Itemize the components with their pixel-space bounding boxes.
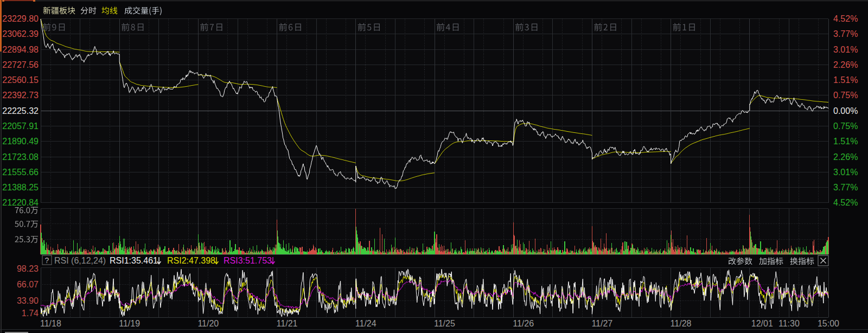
svg-text:4.52%: 4.52% bbox=[833, 14, 858, 23]
svg-text:11/19: 11/19 bbox=[119, 319, 140, 328]
svg-text:21723.08: 21723.08 bbox=[2, 152, 39, 162]
svg-text:0.00%: 0.00% bbox=[833, 106, 858, 116]
svg-text:1.51%: 1.51% bbox=[833, 137, 858, 146]
svg-text:12/01: 12/01 bbox=[751, 319, 773, 328]
svg-text:15:00: 15:00 bbox=[818, 319, 839, 328]
svg-text:1.51%: 1.51% bbox=[833, 75, 858, 85]
svg-text:22560.15: 22560.15 bbox=[2, 75, 39, 85]
svg-text:1.74: 1.74 bbox=[22, 309, 39, 318]
svg-text:11/18: 11/18 bbox=[40, 319, 61, 328]
svg-text:11:30: 11:30 bbox=[778, 319, 800, 328]
svg-text:11/20: 11/20 bbox=[197, 319, 219, 328]
svg-text:3.01%: 3.01% bbox=[833, 45, 858, 54]
svg-text:11/24: 11/24 bbox=[355, 319, 376, 328]
svg-text:21220.84: 21220.84 bbox=[2, 198, 39, 207]
svg-text:?: ? bbox=[45, 256, 49, 265]
svg-text:11/21: 11/21 bbox=[277, 319, 298, 328]
svg-text:3.77%: 3.77% bbox=[833, 29, 858, 39]
svg-text:21555.66: 21555.66 bbox=[2, 168, 39, 177]
svg-text:RSI (6,12,24): RSI (6,12,24) bbox=[54, 256, 106, 265]
svg-text:23229.80: 23229.80 bbox=[2, 14, 39, 23]
svg-text:66.07: 66.07 bbox=[17, 280, 39, 289]
svg-text:21890.49: 21890.49 bbox=[2, 137, 39, 146]
svg-text:3.77%: 3.77% bbox=[833, 183, 858, 192]
svg-text:22057.91: 22057.91 bbox=[2, 121, 39, 131]
svg-text:23062.39: 23062.39 bbox=[2, 29, 39, 39]
svg-text:98.23: 98.23 bbox=[17, 264, 39, 273]
svg-text:22225.32: 22225.32 bbox=[2, 106, 39, 116]
svg-text:2.26%: 2.26% bbox=[833, 60, 858, 69]
svg-text:0.75%: 0.75% bbox=[833, 121, 858, 131]
svg-text:4.52%: 4.52% bbox=[833, 198, 858, 207]
svg-text:3.01%: 3.01% bbox=[833, 168, 858, 177]
svg-text:RSI1:35.461: RSI1:35.461 bbox=[110, 256, 158, 265]
svg-text:22392.73: 22392.73 bbox=[2, 91, 39, 100]
svg-text:0.75%: 0.75% bbox=[833, 91, 858, 100]
svg-text:RSI3:51.753: RSI3:51.753 bbox=[224, 256, 272, 265]
svg-text:11/25: 11/25 bbox=[434, 319, 455, 328]
svg-text:22894.98: 22894.98 bbox=[2, 45, 39, 54]
svg-text:22727.56: 22727.56 bbox=[2, 60, 39, 69]
svg-text:11/26: 11/26 bbox=[513, 319, 534, 328]
svg-text:RSI2:47.398: RSI2:47.398 bbox=[167, 256, 215, 265]
svg-text:21388.25: 21388.25 bbox=[2, 183, 39, 192]
svg-text:2.26%: 2.26% bbox=[833, 152, 858, 162]
svg-text:33.90: 33.90 bbox=[17, 296, 39, 305]
svg-text:11/27: 11/27 bbox=[591, 319, 612, 328]
svg-text:11/28: 11/28 bbox=[671, 319, 692, 328]
